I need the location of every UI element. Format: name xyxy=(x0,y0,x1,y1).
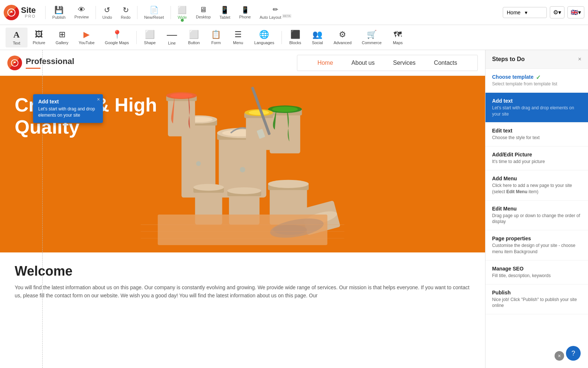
site-brand-name: Professional xyxy=(26,57,74,66)
step-add-edit-picture-title: Add/Edit Picture xyxy=(492,152,581,158)
editor-area: Professional Home About us Services Cont… xyxy=(0,50,588,368)
elem-text-button[interactable]: A Text xyxy=(6,28,28,47)
step-page-properties-title: Page properties xyxy=(492,236,581,241)
new-reset-button[interactable]: 📄 New/Reset xyxy=(140,4,168,21)
page-selector: Home ▾ ⚙ ▾ 🇬🇧 ▾ xyxy=(503,6,584,18)
svg-point-26 xyxy=(193,184,224,191)
site-logo-area: Professional xyxy=(7,56,74,70)
svg-point-6 xyxy=(240,167,245,173)
desktop-button[interactable]: 🖥 Desktop xyxy=(191,4,215,21)
step-choose-template[interactable]: Choose template ✓ Select template from t… xyxy=(485,69,588,93)
elem-commerce-button[interactable]: 🛒 Commerce xyxy=(357,28,387,47)
step-add-text[interactable]: Add text Let's start with drag and drop … xyxy=(485,93,588,123)
step-page-properties[interactable]: Page properties Customise the design of … xyxy=(485,230,588,261)
auto-layout-label: Auto Layout BETA xyxy=(259,14,291,20)
tablet-button[interactable]: 📱 Tablet xyxy=(215,4,234,21)
elem-advanced-button[interactable]: ⚙ Advanced xyxy=(329,28,357,47)
elem-line-button[interactable]: — Line xyxy=(161,27,183,47)
tooltip-close-button[interactable]: × xyxy=(97,96,100,102)
step-choose-template-title: Choose template xyxy=(492,74,534,80)
site-logo-icon xyxy=(7,56,22,70)
step-edit-text[interactable]: Edit text Choose the style for text xyxy=(485,123,588,146)
steps-header: Steps to Do × xyxy=(485,50,588,69)
steps-panel-title: Steps to Do xyxy=(492,56,525,63)
undo-button[interactable]: ↺ Undo xyxy=(98,4,116,21)
divider-1 xyxy=(45,6,46,19)
elem-maps-button[interactable]: 🗺 Maps xyxy=(387,28,409,47)
tablet-icon: 📱 xyxy=(220,6,229,14)
help-button[interactable]: ? xyxy=(566,346,581,361)
logo-text: Site PRO xyxy=(21,6,36,18)
svg-point-32 xyxy=(268,180,309,188)
elem-form-button[interactable]: 📋 Form xyxy=(205,28,227,47)
site-nav-menu: Home About us Services Contacts xyxy=(297,55,478,71)
elem-shape-label: Shape xyxy=(144,40,156,45)
svg-point-15 xyxy=(272,106,298,112)
elem-youtube-label: YouTube xyxy=(79,40,94,45)
elem-shape-button[interactable]: ⬜ Shape xyxy=(139,28,161,47)
elem-blocks-label: Blocks xyxy=(289,40,301,45)
wide-icon: ⬜ xyxy=(178,6,187,14)
divider-4 xyxy=(171,6,171,19)
redo-button[interactable]: ↻ Redo xyxy=(116,4,135,21)
elem-picture-label: Picture xyxy=(33,40,45,45)
nav-home[interactable]: Home xyxy=(308,60,343,66)
steps-panel-close-button[interactable]: × xyxy=(578,56,581,63)
elem-google-maps-button[interactable]: 📍 Google Maps xyxy=(100,28,134,47)
step-check-icon: ✓ xyxy=(536,74,541,81)
step-manage-seo[interactable]: Manage SEO Fill title, description, keyw… xyxy=(485,261,588,284)
redo-icon: ↻ xyxy=(123,6,129,14)
language-button[interactable]: 🇬🇧 ▾ xyxy=(567,6,584,18)
svg-point-11 xyxy=(196,161,201,166)
elem-blocks-button[interactable]: ⬛ Blocks xyxy=(284,28,306,47)
svg-point-29 xyxy=(227,187,261,194)
add-text-tooltip: × Add text Let's start with drag and dro… xyxy=(33,94,103,123)
step-publish[interactable]: Publish Nice job! Click "Publish" to pub… xyxy=(485,284,588,315)
step-edit-menu-title: Edit Menu xyxy=(492,206,581,212)
elem-social-label: Social xyxy=(312,40,323,45)
step-add-edit-picture-desc: It's time to add your picture xyxy=(492,159,581,165)
tooltip-description: Let's start with drag and drop elements … xyxy=(38,106,98,118)
nav-services[interactable]: Services xyxy=(384,60,425,66)
elem-divider-1 xyxy=(136,31,137,44)
social-icon: 👥 xyxy=(312,30,322,39)
nav-about[interactable]: About us xyxy=(342,60,384,66)
elem-menu-button[interactable]: ☰ Menu xyxy=(227,28,249,47)
line-icon: — xyxy=(167,29,177,40)
step-add-menu[interactable]: Add Menu Click here to add a new page to… xyxy=(485,170,588,201)
step-page-properties-desc: Customise the design of your site - choo… xyxy=(492,243,581,255)
auto-layout-button[interactable]: ✏ Auto Layout BETA xyxy=(255,4,295,21)
wide-button[interactable]: ⬜ Wide xyxy=(173,4,191,21)
elem-languages-button[interactable]: 🌐 Languages xyxy=(249,28,279,47)
flag-dropdown-arrow: ▾ xyxy=(578,9,581,16)
publish-button[interactable]: 💾 Publish xyxy=(48,4,70,21)
elem-social-button[interactable]: 👥 Social xyxy=(306,28,329,47)
preview-button[interactable]: 👁 Preview xyxy=(70,4,93,21)
elem-gallery-button[interactable]: ⊞ Gallery xyxy=(50,28,74,47)
svg-point-23 xyxy=(249,110,269,115)
elem-button-button[interactable]: ⬜ Button xyxy=(183,28,205,47)
canvas[interactable]: Professional Home About us Services Cont… xyxy=(0,50,485,368)
redo-label: Redo xyxy=(121,15,130,20)
desktop-icon: 🖥 xyxy=(200,6,207,14)
step-add-edit-picture[interactable]: Add/Edit Picture It's time to add your p… xyxy=(485,146,588,170)
page-dropdown[interactable]: Home ▾ xyxy=(503,7,547,18)
step-choose-template-desc: Select template from template list xyxy=(492,81,581,87)
new-reset-label: New/Reset xyxy=(144,15,164,20)
publish-label: Publish xyxy=(52,15,65,20)
elem-line-label: Line xyxy=(168,41,176,45)
phone-label: Phone xyxy=(239,15,251,19)
nav-contacts[interactable]: Contacts xyxy=(425,60,466,66)
phone-button[interactable]: 📱 Phone xyxy=(235,4,255,21)
steps-list: Choose template ✓ Select template from t… xyxy=(485,69,588,368)
desktop-label: Desktop xyxy=(196,15,211,19)
step-add-menu-desc: Click here to add a new page to your sit… xyxy=(492,183,581,195)
step-edit-menu[interactable]: Edit Menu Drag page up or down to change… xyxy=(485,201,588,231)
step-manage-seo-title: Manage SEO xyxy=(492,266,581,272)
wide-label: Wide xyxy=(178,15,187,20)
help-close-button[interactable]: × xyxy=(555,351,564,361)
elem-youtube-button[interactable]: ▶ YouTube xyxy=(74,28,100,47)
auto-layout-icon: ✏ xyxy=(273,6,278,14)
elem-picture-button[interactable]: 🖼 Picture xyxy=(28,28,50,47)
settings-button[interactable]: ⚙ ▾ xyxy=(550,6,564,18)
